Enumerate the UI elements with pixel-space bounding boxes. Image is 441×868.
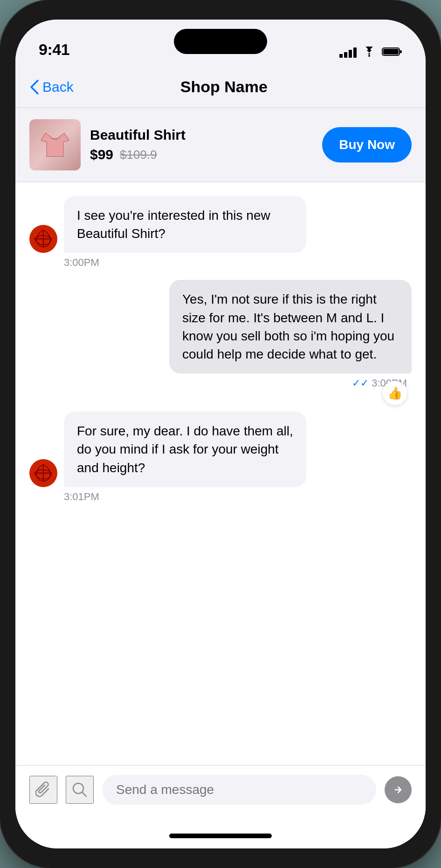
input-bar xyxy=(15,765,426,823)
phone-frame: 9:41 xyxy=(0,0,441,868)
price-original: $109.9 xyxy=(120,148,157,162)
svg-point-0 xyxy=(368,55,370,57)
product-prices: $99 $109.9 xyxy=(90,147,313,163)
attachment-button[interactable] xyxy=(29,776,57,804)
buy-now-button[interactable]: Buy Now xyxy=(322,127,412,163)
price-current: $99 xyxy=(90,147,113,163)
search-button[interactable] xyxy=(66,776,94,804)
message-group-1: I see you're interested in this new Beau… xyxy=(29,196,412,269)
bubble-1: I see you're interested in this new Beau… xyxy=(64,196,306,253)
message-input[interactable] xyxy=(116,782,362,797)
dynamic-island xyxy=(174,29,267,54)
phone-screen: 9:41 xyxy=(15,20,426,848)
chat-area: I see you're interested in this new Beau… xyxy=(15,182,426,765)
shop-name-title: Shop Name xyxy=(74,78,374,96)
avatar-3 xyxy=(29,459,57,487)
back-label: Back xyxy=(42,79,74,95)
product-card: Beautiful Shirt $99 $109.9 Buy Now xyxy=(15,108,426,182)
home-bar xyxy=(169,834,272,838)
product-name: Beautiful Shirt xyxy=(90,127,313,143)
status-bar: 9:41 xyxy=(15,20,426,66)
message-time-3: 3:01PM xyxy=(64,491,412,503)
svg-rect-3 xyxy=(383,49,399,54)
thumbs-up-reaction: 👍 xyxy=(383,381,407,405)
message-group-3: For sure, my dear. I do have them all, d… xyxy=(29,412,412,503)
message-row-2: Yes, I'm not sure if this is the right s… xyxy=(29,280,412,373)
message-input-wrapper xyxy=(102,775,376,805)
home-indicator xyxy=(15,823,426,848)
message-group-2: Yes, I'm not sure if this is the right s… xyxy=(29,280,412,400)
signal-icon xyxy=(339,47,357,58)
shirt-illustration xyxy=(36,126,74,163)
product-image xyxy=(29,119,81,170)
message-row-1: I see you're interested in this new Beau… xyxy=(29,196,412,253)
status-icons xyxy=(339,47,402,59)
bubble-2: Yes, I'm not sure if this is the right s… xyxy=(169,280,412,373)
back-button[interactable]: Back xyxy=(29,79,74,95)
nav-bar: Back Shop Name xyxy=(15,66,426,108)
bubble-3: For sure, my dear. I do have them all, d… xyxy=(64,412,306,487)
wifi-icon xyxy=(362,47,376,59)
send-button[interactable] xyxy=(385,776,412,803)
battery-icon xyxy=(382,47,402,59)
message-row-3: For sure, my dear. I do have them all, d… xyxy=(29,412,412,487)
svg-rect-2 xyxy=(400,50,402,53)
status-time: 9:41 xyxy=(39,41,69,59)
message-time-1: 3:00PM xyxy=(64,257,412,269)
avatar-1 xyxy=(29,225,57,253)
product-info: Beautiful Shirt $99 $109.9 xyxy=(90,127,313,163)
